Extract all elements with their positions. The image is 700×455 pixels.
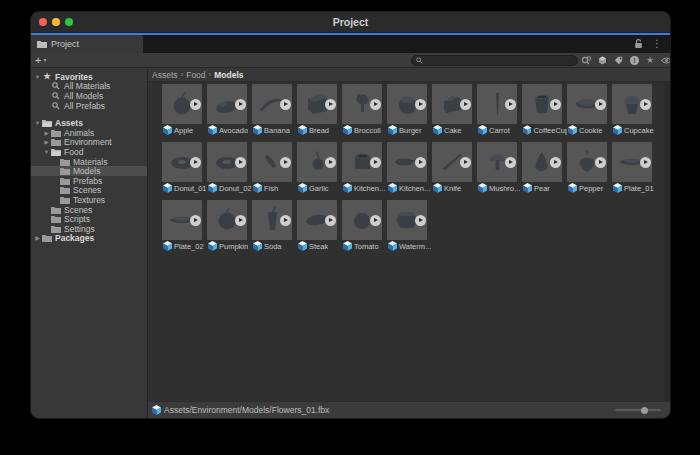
breadcrumb-segment-food[interactable]: Food xyxy=(186,70,205,80)
twisty-open-icon[interactable]: ▼ xyxy=(33,120,42,126)
asset-thumbnail-plate[interactable] xyxy=(612,142,652,182)
sidebar-item-textures[interactable]: Textures xyxy=(31,195,147,205)
asset-thumbnail-fish[interactable] xyxy=(252,142,292,182)
preview-expand-button[interactable] xyxy=(280,215,291,226)
asset-thumbnail-broccoli[interactable] xyxy=(342,84,382,124)
search-by-log-type-icon[interactable]: ! xyxy=(630,56,639,65)
preview-expand-button[interactable] xyxy=(190,157,201,168)
vertical-scrollbar[interactable] xyxy=(664,82,670,401)
asset-thumbnail-avocado[interactable] xyxy=(207,84,247,124)
open-in-search-icon[interactable] xyxy=(581,56,591,65)
asset-item-cookie[interactable]: Cookie xyxy=(567,84,612,136)
asset-thumbnail-cupcake[interactable] xyxy=(612,84,652,124)
title-bar[interactable]: Project xyxy=(31,12,670,33)
window-menu-icon[interactable]: ⋮ xyxy=(652,39,662,49)
asset-item-soda[interactable]: Soda xyxy=(252,200,297,252)
asset-thumbnail-plate[interactable] xyxy=(162,200,202,240)
asset-thumbnail-apple[interactable] xyxy=(162,84,202,124)
twisty-closed-icon[interactable]: ▶ xyxy=(42,139,51,145)
sidebar-item-materials[interactable]: Materials xyxy=(31,157,147,167)
asset-grid-area[interactable]: AppleAvocadoBananaBreadBroccoliBurgerCak… xyxy=(148,82,670,401)
hidden-packages-toggle[interactable]: 22 xyxy=(661,55,671,65)
preview-expand-button[interactable] xyxy=(325,99,336,110)
preview-expand-button[interactable] xyxy=(460,99,471,110)
preview-expand-button[interactable] xyxy=(595,99,606,110)
preview-expand-button[interactable] xyxy=(550,157,561,168)
lock-icon[interactable] xyxy=(634,39,643,49)
preview-expand-button[interactable] xyxy=(550,99,561,110)
asset-item-plate-02[interactable]: Plate_02 xyxy=(162,200,207,252)
breadcrumb-segment-assets[interactable]: Assets xyxy=(152,70,178,80)
asset-item-banana[interactable]: Banana xyxy=(252,84,297,136)
slider-knob[interactable] xyxy=(641,407,648,414)
asset-thumbnail-donut[interactable] xyxy=(162,142,202,182)
asset-item-mushro[interactable]: Mushro... xyxy=(477,142,522,194)
asset-item-kitchen[interactable]: Kitchen... xyxy=(342,142,387,194)
sidebar-item-food[interactable]: ▼Food xyxy=(31,147,147,157)
asset-item-pepper[interactable]: Pepper xyxy=(567,142,612,194)
sidebar-item-packages[interactable]: ▶Packages xyxy=(31,234,147,244)
asset-thumbnail-watermelon[interactable] xyxy=(387,200,427,240)
preview-expand-button[interactable] xyxy=(235,99,246,110)
asset-thumbnail-pumpkin[interactable] xyxy=(207,200,247,240)
save-search-icon[interactable]: ★ xyxy=(646,56,654,65)
asset-thumbnail-bread[interactable] xyxy=(297,84,337,124)
asset-thumbnail-pan[interactable] xyxy=(387,142,427,182)
asset-item-knife[interactable]: Knife xyxy=(432,142,477,194)
asset-item-donut-02[interactable]: Donut_02 xyxy=(207,142,252,194)
sidebar-item-scripts[interactable]: Scripts xyxy=(31,214,147,224)
asset-thumbnail-knife[interactable] xyxy=(432,142,472,182)
asset-thumbnail-banana[interactable] xyxy=(252,84,292,124)
preview-expand-button[interactable] xyxy=(370,99,381,110)
preview-expand-button[interactable] xyxy=(415,157,426,168)
sidebar-item-all-models[interactable]: All Models xyxy=(31,91,147,101)
asset-item-plate-01[interactable]: Plate_01 xyxy=(612,142,657,194)
sidebar-item-all-prefabs[interactable]: All Prefabs xyxy=(31,101,147,111)
preview-expand-button[interactable] xyxy=(235,215,246,226)
preview-expand-button[interactable] xyxy=(280,157,291,168)
asset-item-kitchen[interactable]: Kitchen... xyxy=(387,142,432,194)
preview-expand-button[interactable] xyxy=(505,157,516,168)
search-by-type-icon[interactable] xyxy=(598,56,607,65)
sidebar-item-all-materials[interactable]: All Materials xyxy=(31,82,147,92)
search-input[interactable] xyxy=(426,56,573,65)
asset-item-tomato[interactable]: Tomato xyxy=(342,200,387,252)
asset-item-broccoli[interactable]: Broccoli xyxy=(342,84,387,136)
sidebar-item-scenes[interactable]: Scenes xyxy=(31,186,147,196)
preview-expand-button[interactable] xyxy=(415,215,426,226)
asset-item-avocado[interactable]: Avocado xyxy=(207,84,252,136)
preview-expand-button[interactable] xyxy=(460,157,471,168)
create-asset-button[interactable]: + ▾ xyxy=(35,55,46,66)
asset-thumbnail-pear[interactable] xyxy=(522,142,562,182)
preview-expand-button[interactable] xyxy=(370,157,381,168)
preview-expand-button[interactable] xyxy=(505,99,516,110)
twisty-open-icon[interactable]: ▼ xyxy=(33,74,42,80)
preview-expand-button[interactable] xyxy=(415,99,426,110)
asset-thumbnail-burger[interactable] xyxy=(387,84,427,124)
preview-expand-button[interactable] xyxy=(190,99,201,110)
preview-expand-button[interactable] xyxy=(325,157,336,168)
asset-thumbnail-cake[interactable] xyxy=(432,84,472,124)
asset-item-carrot[interactable]: Carrot xyxy=(477,84,522,136)
sidebar-item-animals[interactable]: ▶Animals xyxy=(31,128,147,138)
asset-item-bread[interactable]: Bread xyxy=(297,84,342,136)
preview-expand-button[interactable] xyxy=(370,215,381,226)
preview-expand-button[interactable] xyxy=(280,99,291,110)
asset-item-steak[interactable]: Steak xyxy=(297,200,342,252)
asset-thumbnail-donut[interactable] xyxy=(207,142,247,182)
thumbnail-zoom-slider[interactable] xyxy=(615,405,661,415)
sidebar-item-scenes[interactable]: Scenes xyxy=(31,205,147,215)
sidebar-item-assets[interactable]: ▼Assets xyxy=(31,118,147,128)
sidebar-item-prefabs[interactable]: Prefabs xyxy=(31,176,147,186)
asset-item-fish[interactable]: Fish xyxy=(252,142,297,194)
breadcrumb-segment-models[interactable]: Models xyxy=(214,70,243,80)
asset-thumbnail-garlic[interactable] xyxy=(297,142,337,182)
asset-thumbnail-pot[interactable] xyxy=(342,142,382,182)
asset-item-pear[interactable]: Pear xyxy=(522,142,567,194)
asset-item-burger[interactable]: Burger xyxy=(387,84,432,136)
twisty-open-icon[interactable]: ▼ xyxy=(42,149,51,155)
asset-thumbnail-carrot[interactable] xyxy=(477,84,517,124)
asset-thumbnail-steak[interactable] xyxy=(297,200,337,240)
preview-expand-button[interactable] xyxy=(640,99,651,110)
asset-thumbnail-pepper[interactable] xyxy=(567,142,607,182)
